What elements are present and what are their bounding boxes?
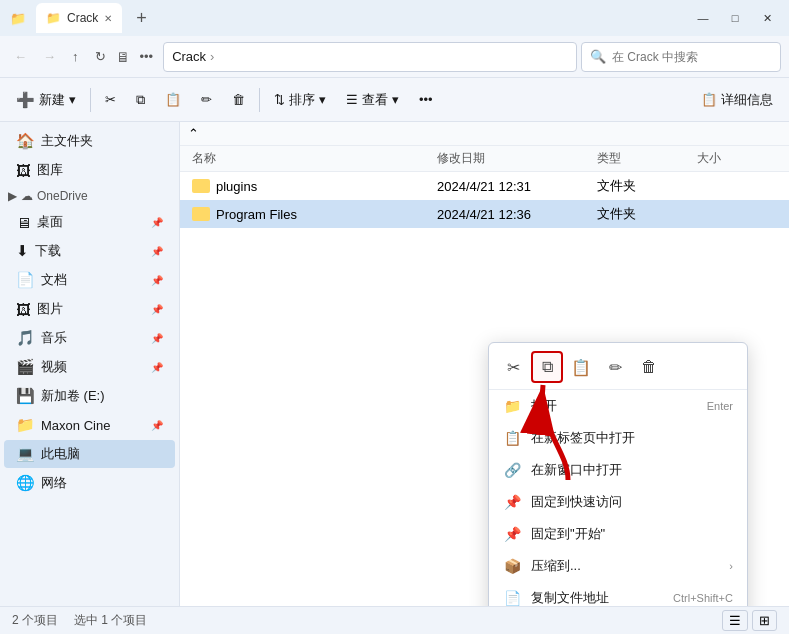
file-type-plugins: 文件夹: [597, 177, 697, 195]
minimize-button[interactable]: —: [689, 6, 717, 30]
up-button[interactable]: ↑: [66, 45, 85, 68]
table-row[interactable]: plugins 2024/4/21 12:31 文件夹: [180, 172, 789, 200]
ctx-opentab-label: 在新标签页中打开: [531, 429, 635, 447]
breadcrumb-separator: ›: [210, 49, 214, 64]
ctx-rename-button[interactable]: ✏: [599, 351, 631, 383]
music-icon: 🎵: [16, 329, 35, 347]
ctx-compress-arrow: ›: [729, 560, 733, 572]
view-label: 查看: [362, 91, 388, 109]
sidebar-label-music: 音乐: [41, 329, 67, 347]
tab-icon: 📁: [46, 11, 61, 25]
paste-button[interactable]: 📋: [157, 88, 189, 111]
sidebar-label-desktop: 桌面: [37, 213, 63, 231]
sidebar-item-documents[interactable]: 📄 文档 📌: [4, 266, 175, 294]
desktop-icon: 🖥: [16, 214, 31, 231]
forward-button[interactable]: →: [37, 45, 62, 68]
ctx-pin-quick[interactable]: 📌 固定到快速访问: [489, 486, 747, 518]
sidebar-label-pictures: 图片: [37, 300, 63, 318]
toolbar-divider-1: [90, 88, 91, 112]
view-button[interactable]: ☰ 查看 ▾: [338, 87, 407, 113]
table-row[interactable]: Program Files 2024/4/21 12:36 文件夹: [180, 200, 789, 228]
view-icon: ☰: [346, 92, 358, 107]
new-tab-button[interactable]: +: [130, 8, 153, 29]
delete-icon: 🗑: [232, 92, 245, 107]
new-dropdown-icon: ▾: [69, 92, 76, 107]
tab-close-button[interactable]: ✕: [104, 13, 112, 24]
col-date: 修改日期: [437, 150, 597, 167]
pin-icon-downloads: 📌: [151, 246, 163, 257]
ctx-cut-button[interactable]: ✂: [497, 351, 529, 383]
onedrive-icon: ☁: [21, 189, 33, 203]
details-label: 详细信息: [721, 91, 773, 109]
sidebar-label-downloads: 下载: [35, 242, 61, 260]
file-label-plugins: plugins: [216, 179, 257, 194]
delete-button[interactable]: 🗑: [224, 88, 253, 111]
sidebar-item-downloads[interactable]: ⬇ 下载 📌: [4, 237, 175, 265]
network-icon: 🌐: [16, 474, 35, 492]
sidebar-label-gallery: 图库: [37, 161, 63, 179]
folder-icon-plugins: [192, 179, 210, 193]
more-button[interactable]: •••: [134, 45, 160, 68]
ctx-open-label: 打开: [531, 397, 557, 415]
ctx-paste-button[interactable]: 📋: [565, 351, 597, 383]
sidebar-item-maxon[interactable]: 📁 Maxon Cine 📌: [4, 411, 175, 439]
addressbar: ← → ↑ ↻ 🖥 ••• Crack › 🔍: [0, 36, 789, 78]
sidebar-group-onedrive[interactable]: ▶ ☁ OneDrive: [0, 185, 179, 207]
cut-button[interactable]: ✂: [97, 88, 124, 111]
sidebar-item-thispc[interactable]: 💻 此电脑: [4, 440, 175, 468]
sort-button[interactable]: ⇅ 排序 ▾: [266, 87, 334, 113]
view-list-button[interactable]: ☰: [722, 610, 748, 631]
sort-dropdown-icon: ▾: [319, 92, 326, 107]
more-options-button[interactable]: •••: [411, 88, 441, 111]
ctx-open[interactable]: 📁 打开 Enter: [489, 390, 747, 422]
ctx-copy-button[interactable]: ⧉: [531, 351, 563, 383]
ctx-compress[interactable]: 📦 压缩到... ›: [489, 550, 747, 582]
details-icon: 📋: [701, 92, 717, 107]
search-input[interactable]: [612, 50, 772, 64]
titlebar-tab[interactable]: 📁 Crack ✕: [36, 3, 122, 33]
maximize-button[interactable]: □: [721, 6, 749, 30]
statusbar-view-buttons: ☰ ⊞: [722, 610, 777, 631]
ctx-pinstart-icon: 📌: [503, 526, 521, 542]
sidebar-item-pictures[interactable]: 🖼 图片 📌: [4, 295, 175, 323]
refresh-button[interactable]: ↻: [89, 45, 112, 68]
downloads-icon: ⬇: [16, 242, 29, 260]
back-button[interactable]: ←: [8, 45, 33, 68]
ctx-pin-start[interactable]: 📌 固定到"开始": [489, 518, 747, 550]
ctx-openwindow-icon: 🔗: [503, 462, 521, 478]
view-grid-button[interactable]: ⊞: [752, 610, 777, 631]
file-name-plugins: plugins: [192, 179, 437, 194]
ctx-delete-button[interactable]: 🗑: [633, 351, 665, 383]
sidebar-item-desktop[interactable]: 🖥 桌面 📌: [4, 208, 175, 236]
sidebar-item-network[interactable]: 🌐 网络: [4, 469, 175, 497]
sidebar-item-gallery[interactable]: 🖼 图库: [4, 156, 175, 184]
details-button[interactable]: 📋 详细信息: [693, 87, 781, 113]
ctx-copypath-label: 复制文件地址: [531, 589, 609, 606]
more-icon: •••: [419, 92, 433, 107]
ctx-copy-path[interactable]: 📄 复制文件地址 Ctrl+Shift+C: [489, 582, 747, 606]
col-size: 大小: [697, 150, 777, 167]
new-icon: ➕: [16, 91, 35, 109]
ctx-open-tab[interactable]: 📋 在新标签页中打开: [489, 422, 747, 454]
sidebar-item-edrive[interactable]: 💾 新加卷 (E:): [4, 382, 175, 410]
sort-label: 排序: [289, 91, 315, 109]
expand-icon: ▶: [8, 189, 17, 203]
file-name-programfiles: Program Files: [192, 207, 437, 222]
ctx-compress-icon: 📦: [503, 558, 521, 574]
pin-icon-maxon: 📌: [151, 420, 163, 431]
sidebar-item-home[interactable]: 🏠 主文件夹: [4, 127, 175, 155]
sidebar-item-music[interactable]: 🎵 音乐 📌: [4, 324, 175, 352]
new-button[interactable]: ➕ 新建 ▾: [8, 87, 84, 113]
filearea: ⌃ 名称 修改日期 类型 大小 plugins 2024/4/21 12:31 …: [180, 122, 789, 606]
close-button[interactable]: ✕: [753, 6, 781, 30]
pin-icon-videos: 📌: [151, 362, 163, 373]
edrive-icon: 💾: [16, 387, 35, 405]
search-box[interactable]: 🔍: [581, 42, 781, 72]
copy-button[interactable]: ⧉: [128, 88, 153, 112]
breadcrumb-item: Crack: [172, 49, 206, 64]
rename-button[interactable]: ✏: [193, 88, 220, 111]
breadcrumb[interactable]: Crack ›: [163, 42, 577, 72]
ctx-open-window[interactable]: 🔗 在新窗口中打开: [489, 454, 747, 486]
window-controls: — □ ✕: [689, 6, 781, 30]
sidebar-item-videos[interactable]: 🎬 视频 📌: [4, 353, 175, 381]
